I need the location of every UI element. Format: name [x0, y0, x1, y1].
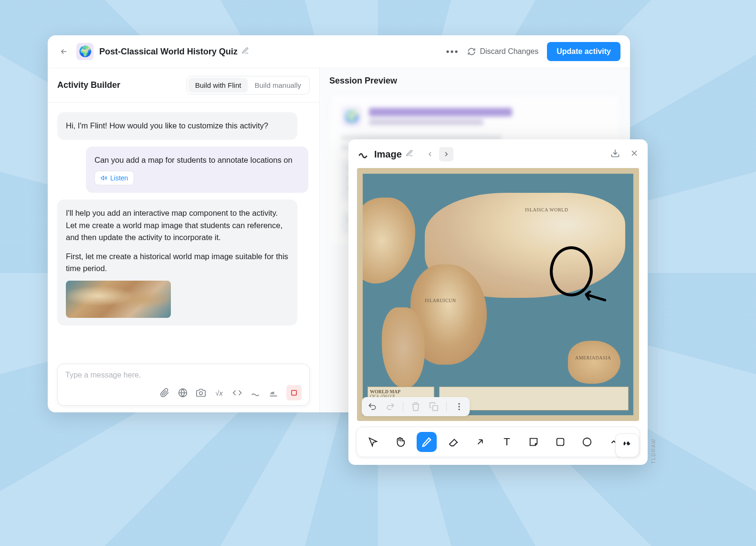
composer-tools: √x — [65, 385, 302, 400]
annotation-circle[interactable] — [550, 246, 593, 296]
prev-image-button[interactable] — [423, 147, 437, 161]
text-tool[interactable]: T — [497, 432, 517, 452]
svg-point-5 — [458, 409, 460, 410]
stop-button[interactable] — [286, 385, 302, 400]
speaker-icon — [101, 175, 107, 181]
tab-build-manually[interactable]: Build manually — [248, 78, 308, 93]
more-menu[interactable]: ••• — [446, 46, 459, 57]
undo-button[interactable] — [367, 401, 378, 412]
camera-icon[interactable] — [196, 388, 206, 398]
image-nav — [423, 147, 453, 161]
more-vertical-button[interactable] — [453, 401, 465, 412]
select-tool[interactable] — [363, 432, 383, 452]
trash-button[interactable] — [410, 401, 421, 412]
build-mode-tabs: Build with Flint Build manually — [187, 76, 310, 94]
assistant-greeting-text: Hi, I'm Flint! How would you like to cus… — [66, 121, 268, 130]
ellipse-tool[interactable] — [577, 432, 597, 452]
preview-heading: Session Preview — [329, 76, 620, 86]
svg-rect-6 — [557, 439, 564, 446]
map-thumbnail[interactable] — [66, 281, 171, 318]
arrow-tool[interactable] — [470, 432, 490, 452]
image-panel-title: Image — [374, 149, 402, 160]
svg-rect-2 — [433, 406, 438, 411]
image-header-actions — [610, 148, 639, 160]
svg-point-7 — [583, 438, 591, 446]
next-image-button[interactable] — [439, 147, 453, 161]
equation-icon[interactable]: √x — [214, 388, 224, 398]
image-panel-header: Image — [348, 139, 648, 168]
redo-button[interactable] — [385, 401, 396, 412]
style-panel-button[interactable] — [615, 433, 639, 457]
user-message: Can you add a map for students to annota… — [86, 147, 308, 193]
duplicate-button[interactable] — [428, 401, 440, 412]
edit-image-title-icon[interactable] — [406, 149, 413, 159]
topbar: 🌍 Post-Classical World History Quiz ••• … — [48, 35, 630, 68]
scribble-icon[interactable] — [250, 388, 261, 398]
scribble-logo-icon — [357, 148, 369, 160]
attach-icon[interactable] — [159, 388, 170, 398]
assistant-reply-p1: I'll help you add an interactive map com… — [66, 207, 289, 244]
user-message-text: Can you add a map for students to annota… — [94, 154, 300, 167]
code-icon[interactable] — [232, 388, 242, 398]
back-button[interactable] — [57, 45, 71, 58]
builder-header: Activity Builder Build with Flint Build … — [48, 68, 319, 103]
assistant-greeting: Hi, I'm Flint! How would you like to cus… — [57, 112, 297, 140]
download-icon[interactable] — [610, 148, 620, 160]
discard-changes-button[interactable]: Discard Changes — [467, 47, 538, 56]
edit-title-icon[interactable] — [242, 47, 249, 56]
image-editor-panel: Image ISLAISCA WOR — [348, 139, 648, 465]
signature-icon[interactable] — [268, 388, 279, 398]
composer-input[interactable] — [65, 371, 302, 379]
annotation-arrow[interactable] — [582, 291, 606, 305]
canvas-area: ISLAISCA WORLD ISLARUICUN AMERIADASIA WO… — [348, 168, 648, 427]
svg-point-4 — [458, 406, 460, 407]
tab-build-with-flint[interactable]: Build with Flint — [189, 78, 248, 93]
map-label-3: AMERIADASIA — [575, 355, 611, 360]
close-icon[interactable] — [630, 148, 639, 160]
svg-point-1 — [200, 392, 203, 395]
tldraw-watermark: TLDRAW — [651, 438, 656, 464]
hand-tool[interactable] — [390, 432, 410, 452]
draw-tool[interactable] — [417, 432, 437, 452]
history-toolbar — [362, 397, 470, 416]
drawing-toolbar: T — [356, 427, 640, 457]
message-composer: √x — [57, 364, 310, 406]
refresh-icon — [467, 47, 476, 56]
update-activity-button[interactable]: Update activity — [547, 42, 620, 61]
activity-icon: 🌍 — [76, 43, 94, 60]
assistant-reply-p2: First, let me create a historical world … — [66, 251, 289, 275]
activity-builder-column: Activity Builder Build with Flint Build … — [48, 68, 320, 412]
rectangle-tool[interactable] — [550, 432, 570, 452]
assistant-reply: I'll help you add an interactive map com… — [57, 200, 297, 326]
activity-title: Post-Classical World History Quiz — [99, 47, 238, 57]
discard-changes-label: Discard Changes — [480, 47, 538, 56]
note-tool[interactable] — [524, 432, 544, 452]
globe-icon[interactable] — [178, 388, 188, 398]
map-label-1: ISLAISCA WORLD — [525, 207, 568, 212]
builder-heading: Activity Builder — [57, 80, 120, 90]
world-map-canvas[interactable]: ISLAISCA WORLD ISLARUICUN AMERIADASIA WO… — [357, 168, 639, 421]
map-label-2: ISLARUICUN — [425, 298, 456, 303]
svg-point-3 — [458, 403, 460, 405]
listen-button[interactable]: Listen — [94, 171, 134, 185]
listen-label: Listen — [110, 174, 128, 182]
eraser-tool[interactable] — [443, 432, 463, 452]
